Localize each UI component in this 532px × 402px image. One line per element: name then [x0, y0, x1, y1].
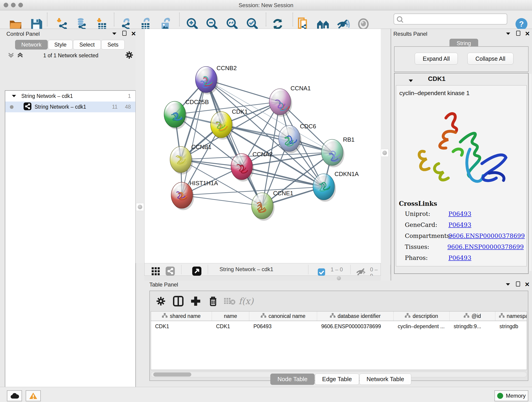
column-header-name[interactable]: name — [212, 312, 249, 321]
warning-status-button[interactable] — [26, 390, 41, 401]
tab-edge-table[interactable]: Edge Table — [315, 374, 359, 385]
toolbar-separator — [266, 13, 266, 26]
results-panel-close-icon[interactable]: ✕ — [525, 30, 530, 37]
table-panel-close-icon[interactable]: ✕ — [525, 281, 530, 288]
table-cell[interactable]: cyclin–dependent ... — [394, 321, 450, 332]
table-box: f(x) shared namenamecanonical namedataba… — [149, 291, 528, 381]
zoom-window-button[interactable] — [18, 3, 23, 7]
column-header-shared-name[interactable]: shared name — [151, 312, 212, 321]
network-node-CCNA2[interactable] — [231, 153, 254, 182]
tab-node-table[interactable]: Node Table — [270, 374, 315, 385]
tab-sets[interactable]: Sets — [101, 40, 125, 50]
table-panel-maximize-icon[interactable] — [516, 281, 520, 287]
table-toolbar: f(x) — [150, 291, 528, 311]
minimize-window-button[interactable] — [11, 3, 16, 7]
network-node-CCNB1[interactable] — [170, 147, 193, 174]
network-node-CCNE1[interactable] — [252, 193, 274, 221]
delete-column-icon[interactable] — [207, 295, 220, 307]
column-header--id[interactable]: @id — [450, 312, 495, 321]
control-panel-float-icon[interactable] — [112, 32, 117, 37]
right-panel-divider[interactable] — [381, 29, 391, 281]
gene-header-row[interactable]: CDK1 — [394, 73, 528, 85]
column-tree-icon — [330, 313, 336, 319]
network-node-CDK1[interactable] — [210, 112, 234, 140]
table-cell[interactable]: CDK1 — [212, 321, 249, 332]
network-collection-row[interactable]: String Network – cdk1 1 — [5, 91, 135, 102]
collection-expander-icon[interactable] — [12, 93, 16, 99]
tab-select[interactable]: Select — [73, 40, 101, 50]
crosslink-link[interactable]: P06493 — [448, 254, 471, 261]
network-label: String Network – cdk1 — [35, 104, 86, 110]
control-panel-close-icon[interactable]: ✕ — [131, 30, 136, 37]
table-scrollbar-thumb[interactable] — [153, 372, 191, 376]
results-panel-float-icon[interactable] — [506, 32, 511, 37]
column-header-label: canonical name — [268, 313, 305, 319]
network-status-dot-icon — [10, 105, 13, 109]
network-selection-status: 1 of 1 Network selected — [0, 52, 142, 59]
gene-expander-icon[interactable] — [408, 77, 413, 84]
close-window-button[interactable] — [4, 3, 8, 7]
memory-status-dot-icon — [497, 393, 503, 399]
control-panel-maximize-icon[interactable] — [122, 31, 127, 36]
table-cell[interactable]: stringdb:9... — [450, 321, 495, 332]
network-edge-CCNB2-HIST1H1A[interactable] — [182, 80, 206, 195]
show-columns-icon[interactable] — [172, 295, 185, 307]
column-header-description[interactable]: description — [394, 312, 450, 321]
horizontal-panel-divider[interactable] — [144, 276, 381, 281]
collapse-all-button[interactable]: Collapse All — [467, 53, 513, 65]
network-canvas[interactable]: CCNB2CCNA1CDC25BCDK1CDC6RB1CCNB1CCNA2CDK… — [144, 29, 381, 263]
left-panel-divider[interactable] — [136, 29, 144, 263]
crosslink-link[interactable]: P06493 — [448, 221, 471, 228]
network-node-CCNB2[interactable] — [196, 66, 218, 95]
right-divider-grip[interactable] — [381, 149, 389, 157]
gene-description: cyclin–dependent kinase 1 — [399, 89, 469, 97]
search-box — [394, 13, 507, 25]
network-node-CDKN1A[interactable] — [313, 174, 336, 202]
table-header-row: shared namenamecanonical namedatabase id… — [151, 312, 527, 321]
collection-label: String Network – cdk1 — [21, 93, 73, 99]
toolbar-separator — [179, 13, 180, 26]
network-node-CCNA1[interactable] — [269, 89, 292, 117]
table-options-gear-icon[interactable] — [154, 295, 167, 307]
crosslink-link[interactable]: 9606.ENSP00000378699 — [447, 243, 524, 250]
network-options-gear-icon[interactable] — [125, 51, 133, 60]
network-node-RB1[interactable] — [322, 139, 344, 167]
table-cell[interactable]: P06493 — [249, 321, 317, 332]
gene-name: CDK1 — [428, 75, 445, 83]
table-cell[interactable]: 9606.ENSP00000378699 — [317, 321, 394, 332]
table-panel-float-icon[interactable] — [505, 282, 510, 287]
collection-count: 1 — [128, 93, 131, 99]
tab-network[interactable]: Network — [15, 40, 48, 50]
results-panel-maximize-icon[interactable] — [516, 31, 520, 36]
results-scrollbar[interactable] — [529, 74, 532, 271]
add-column-icon[interactable] — [189, 295, 202, 307]
left-divider-grip[interactable] — [136, 203, 144, 211]
crosslink-label: Tissues: — [405, 243, 447, 250]
tab-network-table[interactable]: Network Table — [360, 374, 411, 385]
network-edge-CCNB2-CCNE1[interactable] — [206, 80, 262, 206]
title-bar: Session: New Session — [0, 0, 532, 10]
column-header-namespace[interactable]: namespace — [495, 312, 527, 321]
column-header-canonical-name[interactable]: canonical name — [249, 312, 317, 321]
gene-result-box: CDK1 cyclin–dependent kinase 1 — [394, 73, 529, 274]
table-panel: Table Panel ✕ f(x) shared namenamecanoni… — [142, 281, 532, 387]
table-cell[interactable]: CDK1 — [151, 321, 212, 332]
node-label-CDC25B: CDC25B — [185, 99, 209, 105]
network-row[interactable]: String Network – cdk1 11 48 — [5, 102, 135, 112]
table-cell[interactable]: stringdb — [495, 321, 527, 332]
node-label-CCNA2: CCNA2 — [253, 151, 273, 158]
crosslink-link[interactable]: P06493 — [448, 211, 471, 217]
horizontal-divider-grip[interactable] — [337, 276, 341, 280]
table-panel-title: Table Panel — [149, 281, 178, 288]
node-table[interactable]: shared namenamecanonical namedatabase id… — [151, 311, 527, 370]
column-header-label: database identifier — [338, 313, 381, 319]
search-input[interactable] — [405, 15, 504, 23]
table-row[interactable]: CDK1CDK1P064939606.ENSP00000378699cyclin… — [151, 321, 527, 332]
expand-all-button[interactable]: Expand All — [415, 53, 458, 65]
column-header-database-identifier[interactable]: database identifier — [317, 312, 394, 321]
tab-style[interactable]: Style — [48, 40, 73, 50]
cloud-status-button[interactable] — [7, 390, 22, 401]
memory-button[interactable]: Memory — [494, 390, 528, 401]
network-graph[interactable]: CCNB2CCNA1CDC25BCDK1CDC6RB1CCNB1CCNA2CDK… — [145, 29, 381, 263]
crosslink-link[interactable]: 9606.ENSP00000378699 — [448, 232, 525, 239]
